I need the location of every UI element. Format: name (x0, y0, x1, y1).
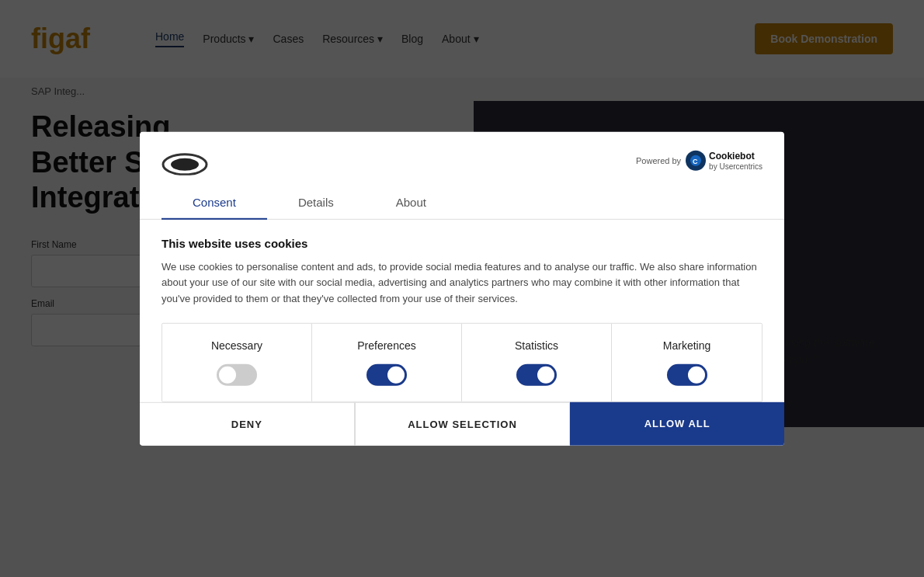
tab-consent[interactable]: Consent (162, 186, 267, 219)
modal-action-buttons: DENY ALLOW SELECTION ALLOW ALL (140, 402, 784, 446)
marketing-toggle[interactable] (667, 364, 707, 386)
powered-by-label: Powered by (636, 156, 681, 165)
category-marketing-label: Marketing (624, 339, 749, 352)
statistics-toggle[interactable] (516, 364, 557, 386)
cookiebot-modal-logo (162, 147, 208, 175)
allow-selection-button[interactable]: ALLOW SELECTION (355, 402, 571, 446)
svg-text:C: C (693, 158, 698, 165)
category-preferences-label: Preferences (325, 339, 449, 352)
svg-point-2 (171, 158, 199, 170)
modal-description: We use cookies to personalise content an… (162, 259, 762, 307)
category-marketing: Marketing (612, 324, 762, 401)
deny-button[interactable]: DENY (140, 402, 355, 446)
category-necessary-label: Necessary (175, 339, 299, 352)
cookie-consent-modal: Powered by C Cookiebot by Usercentrics C… (140, 131, 784, 445)
preferences-toggle[interactable] (366, 364, 407, 386)
cookiebot-icon: C (686, 151, 706, 171)
category-preferences: Preferences (312, 324, 462, 401)
allow-all-button[interactable]: ALLOW ALL (570, 402, 784, 446)
powered-by-section: Powered by C Cookiebot by Usercentrics (636, 151, 762, 171)
modal-title: This website uses cookies (162, 236, 762, 249)
category-statistics-label: Statistics (474, 339, 599, 352)
category-statistics: Statistics (462, 324, 612, 401)
necessary-toggle[interactable] (217, 364, 257, 386)
cookiebot-text: Cookiebot by Usercentrics (709, 151, 762, 171)
cookie-categories: Necessary Preferences (162, 323, 762, 402)
tab-details[interactable]: Details (267, 186, 365, 219)
modal-tabs: Consent Details About (140, 186, 784, 219)
category-necessary: Necessary (162, 324, 312, 401)
tab-about[interactable]: About (365, 186, 457, 219)
cookiebot-brand: C Cookiebot by Usercentrics (686, 151, 762, 171)
